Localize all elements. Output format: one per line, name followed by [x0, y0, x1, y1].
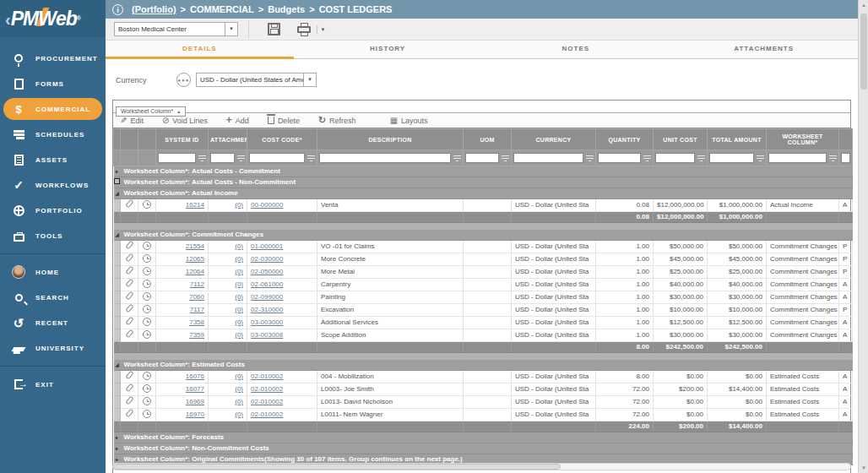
cell-link-attachments[interactable]: (0)	[235, 410, 243, 418]
column-header-uom[interactable]: UOM	[464, 129, 512, 150]
cell-link-system_id[interactable]: 21554	[186, 242, 204, 250]
group-expander-cell[interactable]: ◢	[114, 188, 121, 199]
paperclip-icon[interactable]	[125, 266, 133, 275]
cell-link-cost_code[interactable]: 02-030000	[251, 255, 283, 263]
ledger-row[interactable]: 7359(0)03-003008Scope AdditionUSD - Doll…	[114, 329, 853, 342]
sidebar-item-commercial[interactable]: $COMMERCIAL	[0, 96, 106, 122]
group-expander-cell[interactable]: ▸	[114, 166, 121, 177]
group-row[interactable]: ◢Worksheet Column*: Estimated Costs	[114, 360, 853, 371]
filter-input-worksheet_column[interactable]	[768, 153, 827, 163]
cell-link-attachments[interactable]: (0)	[235, 280, 243, 288]
info-icon[interactable]: i	[112, 4, 123, 15]
history-cell[interactable]	[138, 383, 156, 396]
ledger-row[interactable]: 12065(0)02-030000More ConcreteUSD - Doll…	[114, 253, 853, 266]
attachment-cell[interactable]	[121, 253, 138, 266]
group-expander-cell[interactable]: ◢	[114, 360, 121, 371]
ledger-row[interactable]: 7112(0)02-061000CarpentryUSD - Dollar (U…	[114, 279, 853, 291]
cell-link-system_id[interactable]: 16077	[186, 385, 204, 393]
chevron-down-icon[interactable]: ▼	[304, 73, 317, 87]
cell-link-cost_code[interactable]: 02-010002	[251, 398, 283, 405]
sidebar-item-forms[interactable]: FORMS	[0, 71, 106, 96]
cell-link-cost_code[interactable]: 03-003000	[251, 318, 283, 326]
paperclip-icon[interactable]	[125, 371, 133, 380]
paperclip-icon[interactable]	[125, 304, 133, 313]
cell-link-system_id[interactable]: 12064	[186, 268, 204, 275]
attachment-cell[interactable]	[121, 279, 138, 291]
cell-link-attachments[interactable]: (0)	[235, 242, 243, 250]
history-cell[interactable]	[138, 199, 156, 212]
ledger-row[interactable]: 16076(0)02-010002004 - MobilizationUSD -…	[114, 371, 853, 383]
group-row[interactable]: ◢Worksheet Column*: Commitment Changes	[114, 230, 853, 241]
ledger-row[interactable]: 16077(0)02-010002L0003- Joe SmithUSD - D…	[114, 383, 853, 396]
scroll-up-icon[interactable]: ▲	[859, 3, 868, 8]
horizontal-scrollbar[interactable]	[112, 463, 851, 470]
paperclip-icon[interactable]	[125, 329, 133, 339]
chevron-down-icon[interactable]: ▼	[225, 22, 238, 36]
group-row[interactable]: ▸Worksheet Column*: Forecasts	[114, 432, 853, 443]
column-header-total_amount[interactable]: TOTAL AMOUNT	[708, 129, 767, 150]
clock-icon[interactable]	[143, 330, 151, 339]
cell-link-attachments[interactable]: (0)	[235, 268, 243, 275]
cell-link-attachments[interactable]: (0)	[235, 372, 243, 380]
clock-icon[interactable]	[143, 305, 151, 313]
add-button[interactable]: Add	[226, 117, 249, 125]
cell-link-system_id[interactable]: 7117	[190, 306, 204, 313]
column-header-currency[interactable]: CURRENCY	[512, 129, 596, 150]
group-by-chip[interactable]: Worksheet Column*▲	[116, 106, 186, 117]
ledger-row[interactable]: 7117(0)02-310000ExcavationUSD - Dollar (…	[114, 304, 853, 317]
filter-input-cost_code[interactable]	[249, 153, 305, 163]
cell-link-attachments[interactable]: (0)	[235, 398, 243, 405]
sidebar-item-tools[interactable]: TOOLS	[0, 223, 106, 248]
expand-icon[interactable]: ◢	[115, 191, 119, 196]
refresh-button[interactable]: Refresh	[318, 115, 356, 126]
cell-link-system_id[interactable]: 12065	[186, 255, 204, 263]
ledger-row[interactable]: 12064(0)02-050000More MetalUSD - Dollar …	[114, 266, 853, 279]
group-expander-cell[interactable]: ▸	[114, 443, 121, 454]
sidebar-item-schedules[interactable]: SCHEDULES	[0, 122, 106, 147]
group-row[interactable]: Worksheet Column*: Actual Costs - Non-Co…	[114, 177, 853, 188]
cell-link-cost_code[interactable]: 02-010002	[251, 385, 283, 393]
clock-icon[interactable]	[143, 318, 151, 326]
collapse-icon[interactable]: ▸	[116, 446, 118, 451]
cell-link-cost_code[interactable]: 02-061000	[251, 280, 283, 288]
cell-link-cost_code[interactable]: 01-000001	[251, 242, 283, 250]
currency-selector[interactable]: USD - Dollar (United States of Ameri ▼	[196, 73, 317, 87]
breadcrumb-item-cost-ledgers[interactable]: COST LEDGERS	[319, 4, 393, 14]
cell-link-cost_code[interactable]: 02-010002	[251, 372, 283, 380]
group-row[interactable]: ▸Worksheet Column*: Non-Commitment Costs	[114, 443, 853, 454]
clock-icon[interactable]	[143, 372, 151, 380]
clock-icon[interactable]	[143, 200, 151, 209]
expand-icon[interactable]: ◢	[115, 362, 119, 367]
cell-link-cost_code[interactable]: 02-010002	[251, 410, 283, 418]
attachment-cell[interactable]	[121, 383, 138, 396]
attachment-cell[interactable]	[121, 317, 138, 329]
sidebar-item-search[interactable]: SEARCH	[0, 285, 106, 310]
attachment-cell[interactable]	[121, 291, 138, 304]
cell-link-system_id[interactable]: 16214	[186, 201, 204, 209]
expand-icon[interactable]: ◢	[115, 232, 119, 237]
cell-link-attachments[interactable]: (0)	[235, 293, 243, 301]
filter-funnel-icon[interactable]	[453, 155, 461, 161]
sidebar-item-university[interactable]: UNIVERSITY	[0, 335, 106, 361]
print-options-caret-icon[interactable]: |▼	[316, 24, 326, 34]
collapse-icon[interactable]: ▸	[116, 457, 118, 462]
cell-link-system_id[interactable]: 16969	[186, 398, 204, 405]
ledger-row[interactable]: 16214(0)00-000000VentaUSD - Dollar (Unit…	[114, 199, 853, 212]
cell-link-system_id[interactable]: 7112	[190, 280, 204, 288]
group-expander-cell[interactable]: ▸	[114, 432, 121, 443]
cell-link-system_id[interactable]: 7359	[189, 331, 204, 339]
history-cell[interactable]	[138, 266, 156, 279]
filter-funnel-icon[interactable]	[307, 155, 315, 161]
clock-icon[interactable]	[143, 267, 151, 275]
column-header-attachments[interactable]: ATTACHMEN	[209, 129, 247, 150]
paperclip-icon[interactable]	[125, 409, 133, 418]
cell-link-system_id[interactable]: 7358	[189, 318, 204, 326]
paperclip-icon[interactable]	[125, 253, 133, 263]
ledger-row[interactable]: 21554(0)01-000001VO -01 for ClaimsUSD - …	[114, 241, 853, 253]
group-row[interactable]: ◢Worksheet Column*: Actual Income	[114, 188, 853, 199]
sidebar-item-exit[interactable]: EXIT	[0, 372, 106, 397]
scroll-down-icon[interactable]: ▼	[859, 465, 868, 470]
filter-input-quantity[interactable]	[598, 153, 641, 163]
history-cell[interactable]	[138, 241, 156, 253]
vertical-scrollbar-thumb[interactable]	[860, 14, 867, 90]
